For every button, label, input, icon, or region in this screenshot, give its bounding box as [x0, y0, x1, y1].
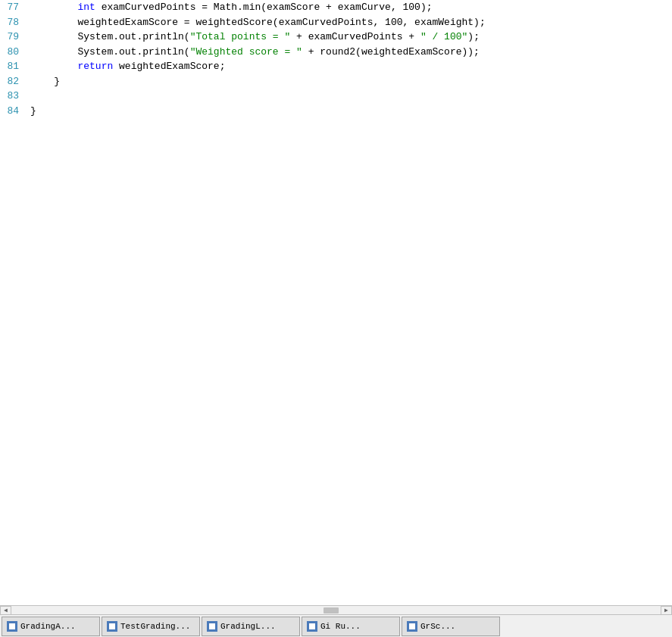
- line-number: 80: [0, 45, 27, 60]
- line-content: weightedExamScore = weightedScore(examCu…: [27, 15, 672, 30]
- scroll-right-arrow[interactable]: ▶: [661, 606, 672, 615]
- table-row: 81 return weightedExamScore;: [0, 59, 672, 74]
- table-row: 78 weightedExamScore = weightedScore(exa…: [0, 15, 672, 30]
- taskbar-icon-4: [307, 621, 317, 632]
- line-number: 81: [0, 59, 27, 74]
- taskbar-item-3[interactable]: GradingL...: [202, 617, 300, 636]
- taskbar-item-4[interactable]: Gi Ru...: [302, 617, 400, 636]
- taskbar-label-5: GrSc...: [420, 622, 455, 631]
- line-content: return weightedExamScore;: [27, 59, 672, 74]
- taskbar-icon-5: [407, 621, 417, 632]
- code-editor: 77 int examCurvedPoints = Math.min(examS…: [0, 0, 672, 605]
- horizontal-scrollbar[interactable]: ◀ ▶: [0, 605, 672, 614]
- taskbar-label-1: GradingA...: [20, 622, 76, 631]
- table-row: 80 System.out.println("Weighted score = …: [0, 45, 672, 60]
- line-number: 84: [0, 104, 27, 119]
- taskbar-icon-2: [107, 621, 117, 632]
- line-number: 77: [0, 0, 27, 15]
- taskbar-item-5[interactable]: GrSc...: [402, 617, 500, 636]
- table-row: 79 System.out.println("Total points = " …: [0, 30, 672, 45]
- scrollbar-thumb[interactable]: [323, 607, 339, 614]
- table-row: 82 }: [0, 74, 672, 89]
- taskbar: GradingA... TestGrading... GradingL... G…: [0, 614, 672, 637]
- line-content: }: [27, 74, 672, 89]
- line-content: }: [27, 104, 672, 119]
- line-content: int examCurvedPoints = Math.min(examScor…: [27, 0, 672, 15]
- line-content: System.out.println("Weighted score = " +…: [27, 45, 672, 60]
- code-table: 77 int examCurvedPoints = Math.min(examS…: [0, 0, 672, 118]
- line-number: 79: [0, 30, 27, 45]
- line-content: System.out.println("Total points = " + e…: [27, 30, 672, 45]
- table-row: 84}: [0, 104, 672, 119]
- taskbar-icon-1: [7, 621, 17, 632]
- table-row: 77 int examCurvedPoints = Math.min(examS…: [0, 0, 672, 15]
- taskbar-label-4: Gi Ru...: [320, 622, 361, 631]
- scrollbar-track[interactable]: [23, 607, 649, 614]
- taskbar-item-1[interactable]: GradingA...: [2, 617, 100, 636]
- taskbar-label-3: GradingL...: [220, 622, 276, 631]
- taskbar-label-2: TestGrading...: [120, 622, 190, 631]
- scroll-left-arrow[interactable]: ◀: [0, 606, 11, 615]
- table-row: 83: [0, 89, 672, 104]
- line-number: 83: [0, 89, 27, 104]
- line-number: 78: [0, 15, 27, 30]
- line-number: 82: [0, 74, 27, 89]
- taskbar-icon-3: [207, 621, 217, 632]
- line-content: [27, 89, 672, 104]
- taskbar-item-2[interactable]: TestGrading...: [102, 617, 200, 636]
